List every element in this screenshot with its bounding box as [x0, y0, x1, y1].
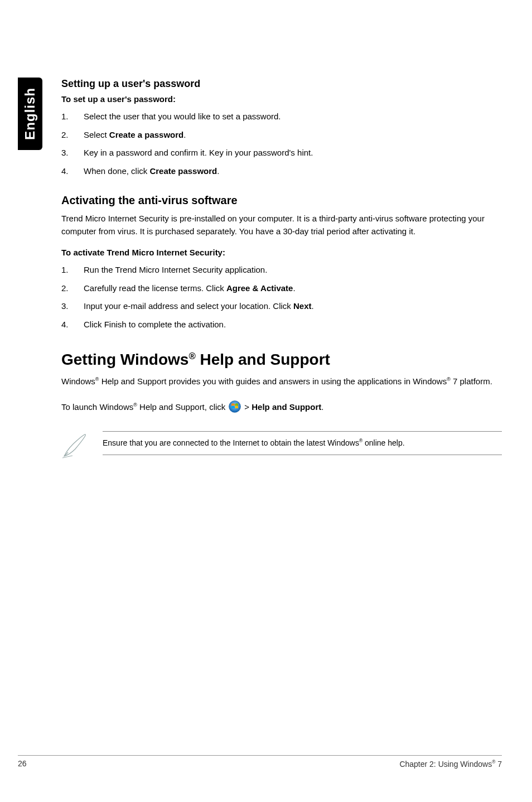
launch-text: .	[321, 402, 323, 412]
registered-mark: ®	[133, 402, 137, 408]
step-text: Select	[84, 130, 109, 139]
step-text: Run the Trend Micro Internet Security ap…	[84, 265, 267, 274]
section-heading-help-support: Getting Windows® Help and Support	[61, 351, 502, 369]
antivirus-steps-list: Run the Trend Micro Internet Security ap…	[61, 264, 502, 331]
password-steps-list: Select the user that you would like to s…	[61, 110, 502, 177]
launch-text: To launch Windows	[61, 402, 133, 412]
heading-text: Getting Windows	[61, 351, 188, 368]
chapter-text: Chapter 2: Using Windows	[399, 760, 492, 769]
step-text: .	[293, 283, 295, 293]
section-subheading-password: To set up a user's password:	[61, 94, 502, 104]
help-support-body: Windows® Help and Support provides you w…	[61, 375, 502, 388]
step-text: Carefully read the license terms. Click	[84, 283, 226, 293]
registered-mark: ®	[447, 376, 451, 382]
body-text: 7 platform.	[451, 376, 492, 386]
step-bold: Next	[293, 301, 312, 311]
step-text: .	[183, 130, 186, 139]
step-bold: Create a password	[109, 130, 183, 139]
section-heading-antivirus: Activating the anti-virus software	[61, 194, 502, 207]
note-text-part: online help.	[362, 438, 405, 447]
list-item: Input your e-mail address and select you…	[61, 300, 502, 313]
step-text: .	[217, 166, 219, 176]
chapter-label: Chapter 2: Using Windows® 7	[399, 759, 502, 769]
heading-text: Help and Support	[196, 351, 330, 368]
step-text: .	[312, 301, 314, 311]
registered-mark: ®	[95, 376, 99, 382]
list-item: Key in a password and confirm it. Key in…	[61, 147, 502, 160]
language-tab-label: English	[22, 88, 38, 140]
step-text: Click Finish to complete the activation.	[84, 320, 226, 329]
page-footer: 26 Chapter 2: Using Windows® 7	[18, 755, 502, 769]
launch-instruction: To launch Windows® Help and Support, cli…	[61, 399, 502, 414]
note-text-part: Ensure that you are connected to the Int…	[103, 438, 359, 447]
body-text: Help and Support provides you with guide…	[99, 376, 447, 386]
main-content: Setting up a user's password To set up a…	[61, 78, 502, 459]
note-block: Ensure that you are connected to the Int…	[61, 431, 502, 459]
launch-text: >	[244, 402, 252, 412]
step-text: Input your e-mail address and select you…	[84, 301, 293, 311]
list-item: Click Finish to complete the activation.	[61, 318, 502, 331]
page-number: 26	[18, 759, 27, 769]
list-item: Select the user that you would like to s…	[61, 110, 502, 123]
launch-text: Help and Support, click	[137, 402, 225, 412]
windows-start-orb-icon	[229, 400, 241, 413]
list-item: Run the Trend Micro Internet Security ap…	[61, 264, 502, 277]
list-item: Select Create a password.	[61, 129, 502, 142]
step-text: Select the user that you would like to s…	[84, 112, 281, 121]
step-bold: Create password	[149, 166, 217, 176]
body-text: Windows	[61, 376, 95, 386]
section-subheading-antivirus: To activate Trend Micro Internet Securit…	[61, 248, 502, 257]
note-text: Ensure that you are connected to the Int…	[103, 431, 502, 455]
language-tab: English	[18, 78, 42, 150]
step-text: Key in a password and confirm it. Key in…	[84, 148, 313, 157]
registered-mark: ®	[188, 351, 195, 361]
antivirus-intro: Trend Micro Internet Security is pre-ins…	[61, 212, 502, 238]
list-item: When done, click Create password.	[61, 165, 502, 178]
list-item: Carefully read the license terms. Click …	[61, 282, 502, 295]
step-text: When done, click	[84, 166, 149, 176]
launch-bold: Help and Support	[252, 402, 321, 412]
step-bold: Agree & Activate	[226, 283, 293, 293]
section-heading-password: Setting up a user's password	[61, 78, 502, 90]
chapter-text: 7	[495, 760, 502, 769]
pen-note-icon	[61, 431, 89, 459]
